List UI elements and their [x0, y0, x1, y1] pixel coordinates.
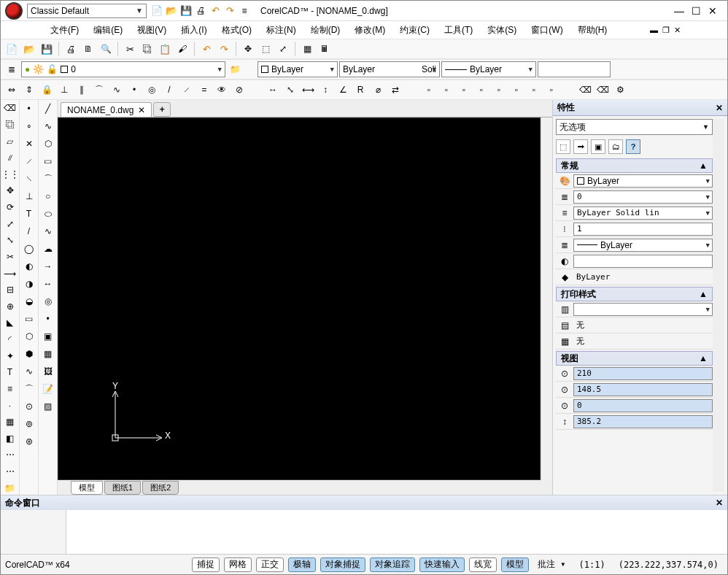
region-tool[interactable]: ◧ — [2, 432, 18, 446]
status-grid[interactable]: 网格 — [224, 557, 252, 572]
menu-solid[interactable]: 实体(S) — [481, 23, 522, 38]
dc-del2[interactable]: ⌫ — [595, 82, 611, 98]
status-otrack[interactable]: 对象追踪 — [370, 557, 415, 572]
command-close-icon[interactable]: ✕ — [716, 498, 723, 508]
add-tab-button[interactable]: + — [153, 102, 171, 117]
m6[interactable]: ⊥ — [21, 189, 37, 204]
trim-tool[interactable]: ✂ — [2, 250, 18, 264]
rectangle-tool[interactable]: ▭ — [40, 154, 56, 169]
c-symmetric[interactable]: ⟋ — [179, 82, 195, 98]
c-hide[interactable]: ⊘ — [231, 82, 247, 98]
misc2-tool[interactable]: ⋯ — [2, 465, 18, 479]
qat-undo-icon[interactable] — [209, 5, 221, 17]
calc-button[interactable]: 🖩 — [317, 41, 333, 57]
m18[interactable]: ⊙ — [21, 399, 37, 414]
dc-del1[interactable]: ⌫ — [577, 82, 593, 98]
ray-tool[interactable]: → — [40, 259, 56, 274]
plotstyle-field[interactable] — [538, 61, 611, 77]
c-coincident[interactable]: • — [126, 82, 142, 98]
prop-transparency[interactable] — [573, 255, 713, 268]
d-radius[interactable]: R — [352, 82, 368, 98]
status-batch[interactable]: 批注 ▾ — [533, 558, 570, 571]
canvas-scrollbar-v[interactable] — [541, 117, 552, 480]
stretch-tool[interactable]: ⤡ — [2, 234, 18, 247]
sheet-tab-2[interactable]: 图纸2 — [142, 481, 179, 495]
misc1-tool[interactable]: ⋯ — [2, 448, 18, 462]
mirror-tool[interactable]: ▱ — [2, 134, 18, 148]
command-history[interactable] — [1, 510, 66, 554]
layer-manager-button[interactable]: ≣ — [4, 61, 20, 77]
dc-3[interactable]: ▫ — [456, 82, 472, 98]
move-tool[interactable]: ✥ — [2, 184, 18, 198]
qat-print-icon[interactable] — [195, 5, 206, 17]
copy-button[interactable] — [139, 41, 155, 57]
app-icon[interactable] — [5, 2, 23, 20]
command-input[interactable] — [66, 510, 727, 554]
dc-1[interactable]: ▫ — [421, 82, 437, 98]
copy-tool[interactable]: ⿻ — [2, 118, 18, 132]
pt-tool[interactable]: • — [40, 312, 56, 326]
cloud-tool[interactable]: ☁ — [40, 242, 56, 256]
m3[interactable]: ✕ — [21, 136, 37, 151]
status-osnap[interactable]: 对象捕捉 — [320, 557, 365, 572]
join-tool[interactable]: ⊕ — [2, 300, 18, 314]
zoom-window-button[interactable]: ⬚ — [257, 41, 274, 57]
redo-button[interactable] — [216, 41, 232, 57]
ellipse-tool[interactable]: ⬭ — [40, 207, 56, 221]
open-button[interactable] — [21, 41, 37, 57]
text-tool[interactable]: T — [2, 366, 18, 379]
c-vertical[interactable]: ⇕ — [21, 82, 37, 98]
filter-icon[interactable]: 🗂 — [608, 139, 623, 154]
quick-select-icon[interactable]: ⮕ — [573, 139, 588, 154]
status-dyn[interactable]: 快速输入 — [419, 557, 465, 572]
cat-general[interactable]: 常规▲ — [556, 158, 713, 173]
menu-window[interactable]: 窗口(W) — [525, 23, 568, 38]
select-icon[interactable]: ▣ — [591, 139, 605, 154]
status-snap[interactable]: 捕捉 — [192, 557, 220, 572]
qat-overflow-icon[interactable]: ≡ — [239, 5, 250, 17]
dc-8[interactable]: ▫ — [543, 82, 559, 98]
undo-button[interactable] — [198, 41, 214, 57]
c-parallel[interactable]: ∥ — [74, 82, 90, 98]
properties-title[interactable]: 特性✕ — [553, 100, 727, 116]
m15[interactable]: ⬢ — [21, 347, 37, 361]
prop-ltscale[interactable]: 1 — [573, 223, 713, 236]
help-icon[interactable]: ? — [626, 139, 640, 154]
status-ortho[interactable]: 正交 — [256, 557, 284, 572]
offset-tool[interactable]: ⫽ — [2, 151, 18, 165]
menu-constraint[interactable]: 约束(C) — [394, 23, 435, 38]
point-tool[interactable]: ∙ — [2, 398, 18, 412]
linetype-dropdown[interactable]: ByLayerSoli — [339, 61, 440, 77]
document-tab[interactable]: NONAME_0.dwg ✕ — [61, 102, 152, 117]
paste-button[interactable] — [157, 41, 173, 57]
prop-plotstyle[interactable] — [573, 303, 713, 316]
drawing-canvas[interactable]: Y X — [58, 117, 541, 480]
menu-help[interactable]: 帮助(H) — [572, 23, 613, 38]
properties-scrollbar[interactable] — [713, 119, 724, 492]
prop-height[interactable]: 385.2 — [573, 415, 713, 428]
eraser-tool[interactable]: ⌫ — [2, 101, 18, 115]
d-vertical[interactable]: ↕ — [317, 82, 333, 98]
status-polar[interactable]: 极轴 — [288, 557, 316, 572]
prop-layer[interactable]: 0 — [573, 190, 713, 204]
donut-tool[interactable]: ◎ — [40, 294, 56, 309]
properties-close-icon[interactable]: ✕ — [716, 103, 723, 113]
c-show[interactable]: 👁 — [214, 82, 230, 98]
match-props-button[interactable]: 🖌 — [174, 41, 190, 57]
sheet-tab-1[interactable]: 图纸1 — [104, 481, 141, 495]
zoom-extents-button[interactable]: ⤢ — [275, 41, 291, 57]
qat-new-icon[interactable] — [151, 5, 163, 17]
save-button[interactable] — [39, 41, 55, 57]
m20[interactable]: ⊛ — [21, 434, 37, 449]
sheet-tab-model[interactable]: 模型 — [71, 481, 103, 495]
c-fix[interactable]: 🔒 — [39, 82, 55, 98]
qat-save-icon[interactable] — [180, 5, 192, 17]
polyline-tool[interactable]: ∿ — [40, 119, 56, 134]
d-diameter[interactable]: ⌀ — [370, 82, 386, 98]
print-preview-button[interactable]: 🗎 — [80, 41, 96, 57]
mask-tool[interactable]: ▨ — [40, 399, 56, 414]
m9[interactable]: ◯ — [21, 242, 37, 256]
folder-tool[interactable]: 📁 — [2, 481, 18, 495]
d-horizontal[interactable]: ⟷ — [300, 82, 316, 98]
qat-open-icon[interactable] — [166, 5, 177, 17]
